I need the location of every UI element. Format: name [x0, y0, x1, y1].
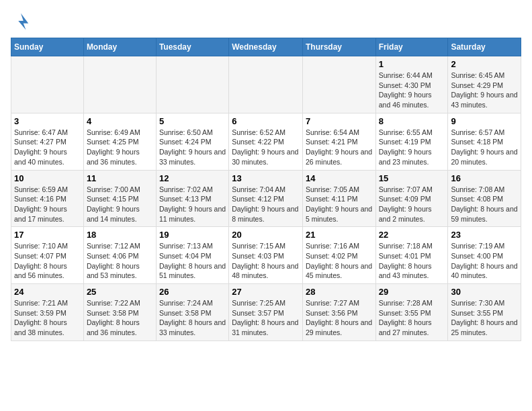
day-info: Sunrise: 6:59 AMSunset: 4:16 PMDaylight:…: [14, 185, 81, 224]
day-info: Sunrise: 6:47 AMSunset: 4:27 PMDaylight:…: [14, 128, 81, 167]
day-number: 22: [379, 230, 445, 240]
day-number: 27: [232, 287, 300, 297]
logo: [11, 11, 34, 31]
day-info: Sunrise: 7:24 AMSunset: 3:58 PMDaylight:…: [159, 298, 226, 338]
header-row: SundayMondayTuesdayWednesdayThursdayFrid…: [11, 38, 521, 56]
day-cell: 1Sunrise: 6:44 AMSunset: 4:30 PMDaylight…: [375, 56, 448, 113]
day-info: Sunrise: 6:57 AMSunset: 4:18 PMDaylight:…: [451, 128, 518, 167]
day-cell: 18Sunrise: 7:12 AMSunset: 4:06 PMDayligh…: [83, 227, 156, 284]
day-number: 11: [87, 173, 153, 183]
day-cell: 6Sunrise: 6:52 AMSunset: 4:22 PMDaylight…: [229, 113, 303, 170]
day-info: Sunrise: 7:25 AMSunset: 3:57 PMDaylight:…: [232, 298, 300, 338]
col-header-sunday: Sunday: [11, 38, 84, 56]
day-info: Sunrise: 7:28 AMSunset: 3:55 PMDaylight:…: [379, 298, 445, 338]
day-cell: 17Sunrise: 7:10 AMSunset: 4:07 PMDayligh…: [11, 227, 84, 284]
day-info: Sunrise: 7:12 AMSunset: 4:06 PMDaylight:…: [87, 241, 153, 281]
day-number: 3: [14, 116, 81, 126]
day-info: Sunrise: 7:02 AMSunset: 4:13 PMDaylight:…: [159, 185, 226, 224]
day-cell: 29Sunrise: 7:28 AMSunset: 3:55 PMDayligh…: [375, 284, 448, 341]
day-cell: 27Sunrise: 7:25 AMSunset: 3:57 PMDayligh…: [229, 284, 303, 341]
week-row-1: 3Sunrise: 6:47 AMSunset: 4:27 PMDaylight…: [11, 113, 521, 170]
day-number: 23: [451, 230, 518, 240]
day-info: Sunrise: 6:45 AMSunset: 4:29 PMDaylight:…: [451, 71, 518, 110]
day-cell: [156, 56, 228, 113]
day-number: 26: [159, 287, 226, 297]
col-header-friday: Friday: [375, 38, 448, 56]
day-cell: 4Sunrise: 6:49 AMSunset: 4:25 PMDaylight…: [83, 113, 156, 170]
week-row-3: 17Sunrise: 7:10 AMSunset: 4:07 PMDayligh…: [11, 227, 521, 284]
day-info: Sunrise: 7:13 AMSunset: 4:04 PMDaylight:…: [159, 241, 226, 281]
col-header-thursday: Thursday: [302, 38, 375, 56]
day-info: Sunrise: 7:00 AMSunset: 4:15 PMDaylight:…: [87, 185, 153, 224]
day-cell: 3Sunrise: 6:47 AMSunset: 4:27 PMDaylight…: [11, 113, 84, 170]
day-number: 16: [451, 173, 518, 183]
day-number: 18: [87, 230, 153, 240]
day-number: 2: [451, 59, 518, 69]
day-number: 29: [379, 287, 445, 297]
day-info: Sunrise: 6:54 AMSunset: 4:21 PMDaylight:…: [306, 128, 373, 167]
day-info: Sunrise: 6:44 AMSunset: 4:30 PMDaylight:…: [379, 71, 445, 110]
day-cell: 20Sunrise: 7:15 AMSunset: 4:03 PMDayligh…: [229, 227, 303, 284]
day-info: Sunrise: 7:04 AMSunset: 4:12 PMDaylight:…: [232, 185, 300, 224]
day-cell: 26Sunrise: 7:24 AMSunset: 3:58 PMDayligh…: [156, 284, 228, 341]
day-number: 9: [451, 116, 518, 126]
day-info: Sunrise: 7:10 AMSunset: 4:07 PMDaylight:…: [14, 241, 81, 281]
calendar-table: SundayMondayTuesdayWednesdayThursdayFrid…: [11, 38, 521, 341]
day-info: Sunrise: 7:16 AMSunset: 4:02 PMDaylight:…: [306, 241, 373, 281]
day-cell: 22Sunrise: 7:18 AMSunset: 4:01 PMDayligh…: [375, 227, 448, 284]
day-number: 8: [379, 116, 445, 126]
day-cell: 30Sunrise: 7:30 AMSunset: 3:55 PMDayligh…: [448, 284, 521, 341]
day-number: 21: [306, 230, 373, 240]
day-number: 7: [306, 116, 373, 126]
header: [11, 11, 521, 31]
logo-icon: [11, 11, 31, 31]
day-info: Sunrise: 6:52 AMSunset: 4:22 PMDaylight:…: [232, 128, 300, 167]
day-info: Sunrise: 7:27 AMSunset: 3:56 PMDaylight:…: [306, 298, 373, 338]
day-cell: 8Sunrise: 6:55 AMSunset: 4:19 PMDaylight…: [375, 113, 448, 170]
day-cell: 23Sunrise: 7:19 AMSunset: 4:00 PMDayligh…: [448, 227, 521, 284]
day-number: 14: [306, 173, 373, 183]
day-cell: 12Sunrise: 7:02 AMSunset: 4:13 PMDayligh…: [156, 170, 228, 227]
week-row-2: 10Sunrise: 6:59 AMSunset: 4:16 PMDayligh…: [11, 170, 521, 227]
day-info: Sunrise: 7:19 AMSunset: 4:00 PMDaylight:…: [451, 241, 518, 281]
day-number: 10: [14, 173, 81, 183]
day-cell: 19Sunrise: 7:13 AMSunset: 4:04 PMDayligh…: [156, 227, 228, 284]
day-info: Sunrise: 7:07 AMSunset: 4:09 PMDaylight:…: [379, 185, 445, 224]
day-cell: 7Sunrise: 6:54 AMSunset: 4:21 PMDaylight…: [302, 113, 375, 170]
day-cell: 9Sunrise: 6:57 AMSunset: 4:18 PMDaylight…: [448, 113, 521, 170]
col-header-saturday: Saturday: [448, 38, 521, 56]
day-cell: 5Sunrise: 6:50 AMSunset: 4:24 PMDaylight…: [156, 113, 228, 170]
day-cell: [229, 56, 303, 113]
day-cell: [11, 56, 84, 113]
col-header-wednesday: Wednesday: [229, 38, 303, 56]
day-info: Sunrise: 6:55 AMSunset: 4:19 PMDaylight:…: [379, 128, 445, 167]
day-cell: [83, 56, 156, 113]
day-cell: 24Sunrise: 7:21 AMSunset: 3:59 PMDayligh…: [11, 284, 84, 341]
day-info: Sunrise: 7:22 AMSunset: 3:58 PMDaylight:…: [87, 298, 153, 338]
day-cell: 25Sunrise: 7:22 AMSunset: 3:58 PMDayligh…: [83, 284, 156, 341]
day-number: 12: [159, 173, 226, 183]
day-cell: 11Sunrise: 7:00 AMSunset: 4:15 PMDayligh…: [83, 170, 156, 227]
week-row-4: 24Sunrise: 7:21 AMSunset: 3:59 PMDayligh…: [11, 284, 521, 341]
week-row-0: 1Sunrise: 6:44 AMSunset: 4:30 PMDaylight…: [11, 56, 521, 113]
day-cell: [302, 56, 375, 113]
day-cell: 21Sunrise: 7:16 AMSunset: 4:02 PMDayligh…: [302, 227, 375, 284]
day-number: 24: [14, 287, 81, 297]
day-number: 1: [379, 59, 445, 69]
day-number: 6: [232, 116, 300, 126]
day-cell: 16Sunrise: 7:08 AMSunset: 4:08 PMDayligh…: [448, 170, 521, 227]
day-info: Sunrise: 7:18 AMSunset: 4:01 PMDaylight:…: [379, 241, 445, 281]
day-number: 4: [87, 116, 153, 126]
day-cell: 14Sunrise: 7:05 AMSunset: 4:11 PMDayligh…: [302, 170, 375, 227]
day-number: 30: [451, 287, 518, 297]
day-info: Sunrise: 7:21 AMSunset: 3:59 PMDaylight:…: [14, 298, 81, 338]
day-number: 19: [159, 230, 226, 240]
day-number: 15: [379, 173, 445, 183]
col-header-monday: Monday: [83, 38, 156, 56]
day-info: Sunrise: 7:15 AMSunset: 4:03 PMDaylight:…: [232, 241, 300, 281]
day-number: 17: [14, 230, 81, 240]
day-info: Sunrise: 6:49 AMSunset: 4:25 PMDaylight:…: [87, 128, 153, 167]
day-cell: 2Sunrise: 6:45 AMSunset: 4:29 PMDaylight…: [448, 56, 521, 113]
day-info: Sunrise: 6:50 AMSunset: 4:24 PMDaylight:…: [159, 128, 226, 167]
day-info: Sunrise: 7:30 AMSunset: 3:55 PMDaylight:…: [451, 298, 518, 338]
